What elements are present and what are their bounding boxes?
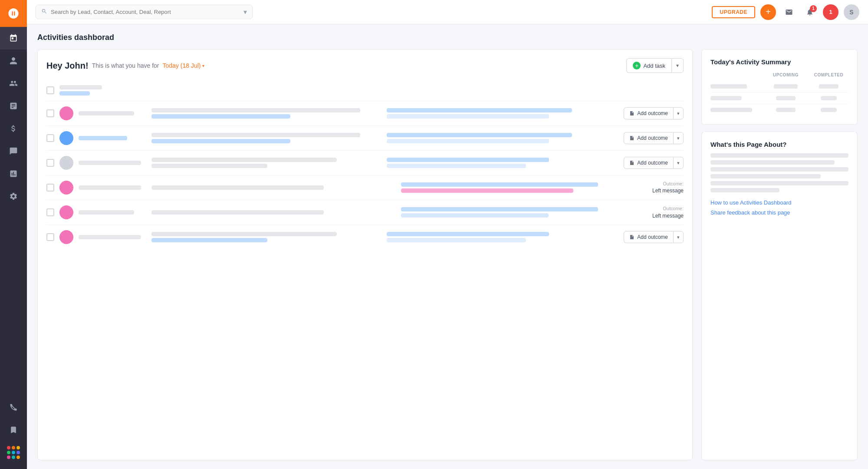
activity-header-row [46, 80, 684, 101]
row-action: Add outcome ▾ [624, 132, 684, 144]
search-dropdown-icon[interactable]: ▾ [243, 8, 247, 16]
date-pill[interactable]: Today (18 Jul) ▾ [163, 62, 205, 69]
add-task-button[interactable]: + Add task [626, 58, 671, 73]
add-outcome-button[interactable]: Add outcome [624, 231, 673, 243]
add-outcome-button[interactable]: Add outcome [624, 132, 673, 144]
avatar [59, 181, 73, 195]
sidebar-item-reports[interactable] [0, 95, 27, 117]
page-title: Activities dashborad [37, 33, 858, 42]
add-button[interactable]: + [760, 4, 776, 20]
row-checkbox[interactable] [46, 159, 54, 167]
col-name [79, 185, 148, 190]
row-content [79, 207, 647, 218]
col-completed: COMPLETED [809, 73, 848, 77]
add-outcome-label: Add outcome [637, 135, 668, 141]
avatar [59, 131, 73, 145]
subtext: This is what you have for [92, 62, 159, 69]
activities-header: Hey John! This is what you have for Toda… [46, 58, 684, 73]
row-content [79, 108, 618, 119]
sidebar-item-leads[interactable] [0, 72, 27, 95]
add-outcome-label: Add outcome [637, 234, 668, 240]
row-action: Add outcome ▾ [624, 231, 684, 243]
how-to-link[interactable]: How to use Activities Dashboard [710, 199, 848, 206]
feedback-link[interactable]: Share feedback about this page [710, 209, 848, 216]
search-icon [41, 8, 47, 16]
sidebar-bottom [0, 396, 27, 469]
summary-row [710, 81, 848, 92]
col-upcoming: UPCOMING [766, 73, 806, 77]
sidebar-item-deals[interactable] [0, 117, 27, 140]
info-skeletons [710, 153, 848, 192]
dot3 [16, 446, 20, 449]
col-name [79, 161, 148, 165]
add-outcome-dropdown-button[interactable]: ▾ [673, 157, 684, 169]
user-avatar-red[interactable]: 1 [823, 4, 838, 20]
summary-card: Today's Activity Summary UPCOMING COMPLE… [701, 49, 858, 125]
add-outcome-dropdown-button[interactable]: ▾ [673, 231, 684, 243]
dot7 [7, 456, 10, 459]
date-caret-icon: ▾ [202, 63, 204, 68]
sidebar-item-activities[interactable] [0, 27, 27, 50]
add-task-dropdown-button[interactable]: ▾ [671, 58, 684, 73]
right-panel: Today's Activity Summary UPCOMING COMPLE… [701, 49, 858, 460]
header-checkbox[interactable] [46, 86, 54, 94]
avatar [59, 106, 73, 120]
row-content [79, 182, 647, 193]
sidebar-item-settings[interactable] [0, 185, 27, 208]
dot6 [16, 451, 20, 454]
row-checkbox[interactable] [46, 184, 54, 192]
upgrade-button[interactable]: UPGRADE [712, 6, 755, 18]
avatar [59, 205, 73, 219]
row-checkbox[interactable] [46, 208, 54, 216]
add-outcome-dropdown-button[interactable]: ▾ [673, 107, 684, 119]
outcome-value: Left message [652, 187, 684, 195]
add-outcome-dropdown-button[interactable]: ▾ [673, 132, 684, 144]
add-task-label: Add task [643, 63, 665, 69]
main-area: ▾ UPGRADE + 1 1 S Activities dashborad H… [27, 0, 868, 469]
dot5 [12, 451, 15, 454]
col-name [79, 136, 148, 140]
row-checkbox[interactable] [46, 233, 54, 241]
sidebar-item-phone[interactable] [0, 396, 27, 419]
col-detail1 [151, 185, 398, 190]
page-content: Activities dashborad Hey John! This is w… [27, 24, 868, 469]
sidebar-item-bookmark[interactable] [0, 419, 27, 441]
mail-button[interactable] [781, 4, 797, 20]
col-detail2 [401, 182, 647, 193]
avatar [59, 156, 73, 170]
outcome-display: Outcome: Left message [652, 205, 684, 219]
col-detail1 [151, 232, 383, 242]
col-name [79, 111, 148, 116]
info-card: What's this Page About? How to use Activ… [701, 132, 858, 460]
summary-title: Today's Activity Summary [710, 58, 848, 66]
row-action: Outcome: Left message [652, 181, 684, 195]
add-outcome-button[interactable]: Add outcome [624, 157, 673, 169]
sidebar-apps-grid[interactable] [0, 441, 27, 464]
sidebar-logo[interactable] [0, 0, 27, 27]
sidebar-item-contacts[interactable] [0, 50, 27, 72]
col-detail2 [387, 158, 618, 168]
row-action: Outcome: Left message [652, 205, 684, 219]
search-bar[interactable]: ▾ [36, 5, 253, 19]
info-title: What's this Page About? [710, 141, 848, 148]
search-input[interactable] [51, 9, 240, 15]
row-checkbox[interactable] [46, 109, 54, 117]
add-task-group: + Add task ▾ [626, 58, 684, 73]
row-checkbox[interactable] [46, 134, 54, 142]
greeting: Hey John! [46, 61, 89, 71]
content-grid: Hey John! This is what you have for Toda… [37, 49, 858, 460]
outcome-label: Outcome: [652, 205, 684, 212]
user-avatar[interactable]: S [844, 4, 859, 20]
table-row: Add outcome ▾ [46, 101, 684, 126]
sidebar-item-analytics[interactable] [0, 162, 27, 185]
col-detail1 [151, 133, 383, 143]
col-detail2 [401, 207, 647, 218]
table-row: Add outcome ▾ [46, 151, 684, 175]
table-row: Outcome: Left message [46, 200, 684, 225]
sidebar [0, 0, 27, 469]
table-row: Add outcome ▾ [46, 225, 684, 249]
bell-button[interactable]: 1 [802, 4, 818, 20]
add-outcome-button[interactable]: Add outcome [624, 107, 673, 119]
sidebar-item-chat[interactable] [0, 140, 27, 162]
add-outcome-label: Add outcome [637, 160, 668, 166]
